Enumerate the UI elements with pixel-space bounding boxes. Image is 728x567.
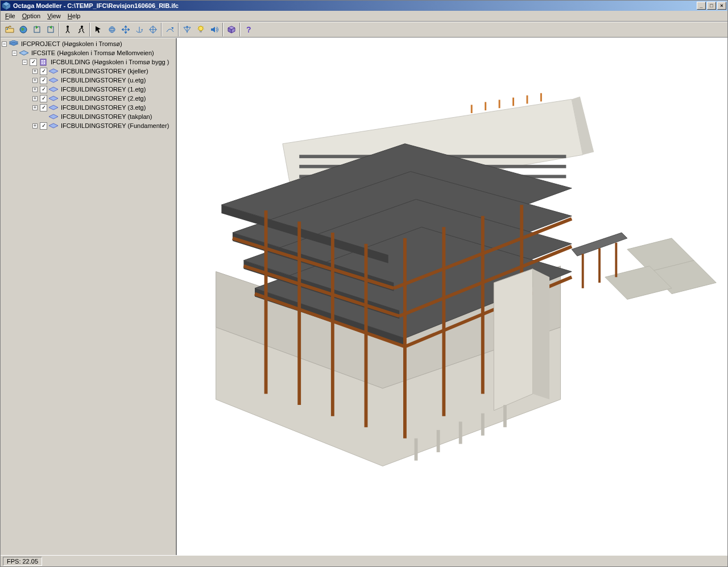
svg-point-9 <box>109 28 115 31</box>
anchor-down-icon[interactable] <box>180 23 194 36</box>
tree-node-project[interactable]: − IFCPROJECT (Høgskolen i Tromsø) <box>1 39 176 48</box>
storey-icon <box>49 76 58 85</box>
walk-person-icon[interactable] <box>61 23 75 36</box>
visibility-checkbox[interactable] <box>40 86 47 93</box>
tree-label: IFCBUILDINGSTOREY (Fundamenter) <box>60 122 170 129</box>
storey-icon <box>49 67 58 76</box>
tree-label: IFCPROJECT (Høgskolen i Tromsø) <box>20 40 123 47</box>
tree-label: IFCBUILDINGSTOREY (1.etg) <box>60 86 147 93</box>
status-fps: FPS: 22.05 <box>3 557 42 566</box>
open-folder-icon[interactable] <box>3 23 16 36</box>
tree-node-building[interactable]: − IFCBUILDING (Høgskolen i Tromsø bygg ) <box>1 57 176 67</box>
storey-icon <box>49 94 58 103</box>
storey-icon <box>49 112 58 121</box>
tree-label: IFCBUILDING (Høgskolen i Tromsø bygg ) <box>49 59 170 65</box>
tree-label: IFCBUILDINGSTOREY (2.etg) <box>60 95 147 102</box>
status-bar: FPS: 22.05 <box>1 555 727 566</box>
toolbar-separator <box>222 23 224 36</box>
expand-icon[interactable]: + <box>32 69 38 74</box>
expand-icon[interactable]: + <box>32 87 38 92</box>
window-title: Octaga Modeller - C:\TEMP_IFC\Revisjon16… <box>13 2 696 9</box>
expand-icon[interactable]: + <box>32 96 38 101</box>
toolbar-separator <box>89 23 90 36</box>
refresh-icon[interactable] <box>30 23 44 36</box>
storey-icon <box>49 85 58 94</box>
expand-icon[interactable]: + <box>32 123 38 129</box>
svg-rect-28 <box>44 60 45 61</box>
app-icon <box>2 1 11 10</box>
arrow-pointer-icon[interactable] <box>92 23 105 36</box>
svg-marker-71 <box>533 269 549 400</box>
title-bar: Octaga Modeller - C:\TEMP_IFC\Revisjon16… <box>1 1 727 11</box>
site-icon <box>19 48 28 57</box>
storey-icon <box>49 103 58 112</box>
svg-rect-27 <box>42 60 43 61</box>
reload-icon[interactable] <box>44 23 57 36</box>
visibility-checkbox[interactable] <box>40 122 47 130</box>
collapse-icon[interactable]: − <box>22 60 27 65</box>
model-tree-panel[interactable]: − IFCPROJECT (Høgskolen i Tromsø) − IFCS… <box>1 38 177 555</box>
rotate-globe-icon[interactable] <box>105 23 119 36</box>
collapse-icon[interactable]: − <box>12 51 17 56</box>
tree-node-storey[interactable]: IFCBUILDINGSTOREY (takplan) <box>1 112 176 121</box>
tree-label: IFCBUILDINGSTOREY (3.etg) <box>60 104 147 111</box>
svg-point-6 <box>67 26 69 28</box>
visibility-checkbox[interactable] <box>40 104 47 111</box>
svg-point-8 <box>109 27 115 32</box>
rotate-axis-icon[interactable] <box>133 23 146 36</box>
tree-node-storey[interactable]: + IFCBUILDINGSTOREY (kjeller) <box>1 67 176 76</box>
expand-icon[interactable]: + <box>32 78 38 83</box>
svg-rect-29 <box>42 63 43 64</box>
goto-view-icon[interactable] <box>163 23 177 36</box>
maximize-button[interactable]: □ <box>707 2 716 10</box>
tree-node-storey[interactable]: + IFCBUILDINGSTOREY (Fundamenter) <box>1 121 176 130</box>
app-window: Octaga Modeller - C:\TEMP_IFC\Revisjon16… <box>0 0 728 567</box>
menu-option[interactable]: Option <box>19 12 44 20</box>
menu-bar: File Option View Help <box>1 11 727 22</box>
tree-label: IFCBUILDINGSTOREY (kjeller) <box>60 68 150 75</box>
tree-node-site[interactable]: − IFCSITE (Høgskolen i Tromsø Mellomveie… <box>1 48 176 57</box>
storey-icon <box>49 121 58 130</box>
world-icon[interactable] <box>16 23 30 36</box>
tree-label: IFCBUILDINGSTOREY (u.etg) <box>60 77 147 84</box>
run-person-icon[interactable] <box>75 23 88 36</box>
visibility-checkbox[interactable] <box>40 68 47 75</box>
visibility-checkbox[interactable] <box>30 59 37 66</box>
svg-rect-18 <box>200 31 202 32</box>
no-expand-icon <box>32 114 38 119</box>
tree-node-storey[interactable]: + IFCBUILDINGSTOREY (u.etg) <box>1 76 176 85</box>
tree-node-storey[interactable]: + IFCBUILDINGSTOREY (3.etg) <box>1 103 176 112</box>
close-button[interactable]: × <box>717 2 726 10</box>
expand-icon[interactable]: + <box>32 105 38 110</box>
sound-speaker-icon[interactable] <box>208 23 221 36</box>
svg-marker-37 <box>49 123 58 128</box>
menu-help[interactable]: Help <box>64 12 84 20</box>
main-body: − IFCPROJECT (Høgskolen i Tromsø) − IFCS… <box>1 38 727 555</box>
tree-node-storey[interactable]: + IFCBUILDINGSTOREY (1.etg) <box>1 85 176 94</box>
menu-view[interactable]: View <box>44 12 64 20</box>
svg-rect-30 <box>44 63 45 64</box>
light-bulb-icon[interactable] <box>194 23 208 36</box>
svg-marker-31 <box>49 69 58 73</box>
svg-marker-32 <box>49 78 58 82</box>
cube-3d-icon[interactable] <box>225 23 238 36</box>
pan-move-icon[interactable] <box>119 23 133 36</box>
tree-node-storey[interactable]: + IFCBUILDINGSTOREY (2.etg) <box>1 94 176 103</box>
menu-file[interactable]: File <box>2 12 19 20</box>
tree-label: IFCBUILDINGSTOREY (takplan) <box>60 113 153 120</box>
svg-marker-34 <box>49 96 58 101</box>
help-question-icon[interactable]: ? <box>242 23 255 36</box>
collapse-icon[interactable]: − <box>2 42 7 47</box>
svg-marker-33 <box>49 87 58 92</box>
visibility-checkbox[interactable] <box>40 95 47 102</box>
target-crosshair-icon[interactable] <box>146 23 160 36</box>
svg-rect-26 <box>40 59 46 65</box>
toolbar-separator <box>161 23 162 36</box>
visibility-checkbox[interactable] <box>40 77 47 84</box>
svg-marker-70 <box>494 269 532 411</box>
3d-viewport[interactable] <box>177 38 727 555</box>
toolbar-separator <box>239 23 241 36</box>
fps-label: FPS: 22.05 <box>7 558 38 565</box>
svg-marker-35 <box>49 105 58 110</box>
minimize-button[interactable]: _ <box>697 2 706 10</box>
